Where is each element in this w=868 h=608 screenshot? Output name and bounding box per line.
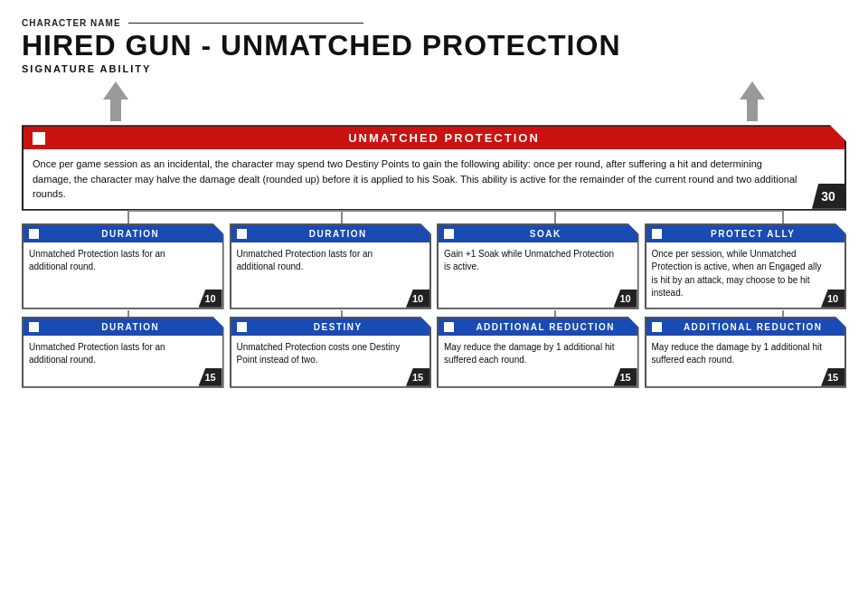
sub-card: PROTECT ALLYOnce per session, while Unma… bbox=[645, 223, 847, 309]
sub-card: ADDITIONAL REDUCTIONMay reduce the damag… bbox=[645, 317, 847, 388]
sub-card-body: Gain +1 Soak while Unmatched Protection … bbox=[439, 242, 637, 293]
sub-card-header: ADDITIONAL REDUCTION bbox=[439, 318, 637, 336]
main-card-checkbox[interactable] bbox=[33, 132, 45, 145]
svg-marker-0 bbox=[103, 81, 128, 121]
sub-card-title: SOAK bbox=[459, 229, 632, 239]
sub-card-body: Once per session, while Unmatched Protec… bbox=[646, 242, 845, 308]
arrows-row bbox=[22, 81, 846, 121]
sub-card-title: ADDITIONAL REDUCTION bbox=[667, 322, 840, 332]
sub-card: SOAKGain +1 Soak while Unmatched Protect… bbox=[437, 223, 639, 309]
svg-marker-1 bbox=[740, 81, 765, 121]
main-card-header: UNMATCHED PROTECTION bbox=[24, 127, 844, 149]
arrow-right bbox=[740, 81, 765, 121]
sub-card-body: May reduce the damage by 1 additional hi… bbox=[439, 336, 637, 386]
sub-card-title: DURATION bbox=[44, 322, 217, 332]
sub-card-checkbox[interactable] bbox=[652, 229, 662, 239]
sub-card-header: ADDITIONAL REDUCTION bbox=[646, 318, 845, 336]
row2-grid: DURATIONUnmatched Protection lasts for a… bbox=[22, 317, 846, 388]
char-name-row: CHARACTER NAME bbox=[22, 18, 846, 28]
sub-card-checkbox[interactable] bbox=[237, 229, 247, 239]
char-name-line bbox=[128, 23, 363, 24]
sub-card: DURATIONUnmatched Protection lasts for a… bbox=[22, 317, 224, 388]
sub-card: DESTINYUnmatched Protection costs one De… bbox=[230, 317, 432, 388]
sub-card-header: PROTECT ALLY bbox=[646, 225, 845, 242]
sub-card-title: ADDITIONAL REDUCTION bbox=[459, 322, 632, 332]
sub-card-checkbox[interactable] bbox=[444, 229, 454, 239]
sub-card-header: DURATION bbox=[231, 225, 430, 242]
sub-card-checkbox[interactable] bbox=[29, 229, 39, 239]
row1-grid: DURATIONUnmatched Protection lasts for a… bbox=[22, 223, 846, 309]
sub-card-header: DESTINY bbox=[231, 318, 430, 336]
sub-card-body: Unmatched Protection costs one Destiny P… bbox=[231, 336, 430, 386]
main-card-title: UNMATCHED PROTECTION bbox=[52, 131, 835, 145]
sub-card: DURATIONUnmatched Protection lasts for a… bbox=[230, 223, 432, 309]
main-title: HIRED GUN - UNMATCHED PROTECTION bbox=[22, 30, 846, 62]
sub-card-body: Unmatched Protection lasts for an additi… bbox=[231, 242, 430, 293]
main-card: UNMATCHED PROTECTION Once per game sessi… bbox=[22, 125, 846, 211]
sub-card-checkbox[interactable] bbox=[652, 322, 662, 332]
sub-title: SIGNATURE ABILITY bbox=[22, 63, 846, 74]
sub-card: DURATIONUnmatched Protection lasts for a… bbox=[22, 223, 224, 309]
sub-card-header: DURATION bbox=[24, 318, 222, 336]
page: CHARACTER NAME HIRED GUN - UNMATCHED PRO… bbox=[0, 0, 868, 608]
sub-card-body: Unmatched Protection lasts for an additi… bbox=[24, 242, 222, 293]
sub-card-body: May reduce the damage by 1 additional hi… bbox=[646, 336, 845, 386]
sub-card-checkbox[interactable] bbox=[237, 322, 247, 332]
sub-card-title: PROTECT ALLY bbox=[667, 229, 840, 239]
sub-card-body: Unmatched Protection lasts for an additi… bbox=[24, 336, 222, 386]
sub-card: ADDITIONAL REDUCTIONMay reduce the damag… bbox=[437, 317, 639, 388]
sub-card-title: DESTINY bbox=[252, 322, 425, 332]
sub-card-title: DURATION bbox=[44, 229, 217, 239]
sub-card-header: DURATION bbox=[24, 225, 222, 242]
main-card-body: Once per game session as an incidental, … bbox=[24, 149, 844, 209]
sub-card-checkbox[interactable] bbox=[444, 322, 454, 332]
sub-card-header: SOAK bbox=[439, 225, 637, 242]
arrow-left bbox=[103, 81, 128, 121]
char-name-label: CHARACTER NAME bbox=[22, 18, 121, 28]
cards-section: DURATIONUnmatched Protection lasts for a… bbox=[22, 223, 846, 388]
sub-card-checkbox[interactable] bbox=[29, 322, 39, 332]
sub-card-title: DURATION bbox=[252, 229, 425, 239]
